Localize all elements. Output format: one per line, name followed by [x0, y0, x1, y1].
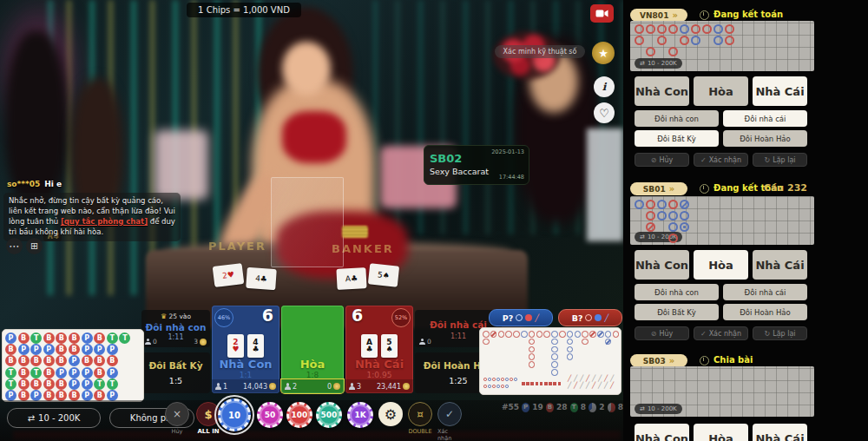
confirm-bet-button[interactable]: ✓Xác nhận: [694, 326, 748, 340]
limit-pill[interactable]: ⇄10 - 200K: [635, 58, 682, 69]
bet-pair-banker-button[interactable]: Đôi nhà cái: [723, 110, 807, 127]
cockroach-road-mark: ╱: [604, 382, 608, 389]
cancel-icon: ×: [173, 408, 181, 420]
chip-500[interactable]: 500: [316, 402, 342, 428]
cancel-icon: ⊘: [651, 330, 657, 338]
chevrons-icon: »: [669, 356, 674, 365]
road-cell: [657, 24, 667, 34]
bet-perfect-pair-button[interactable]: Đôi Hoàn Hảo: [723, 130, 807, 147]
bet-player-button[interactable]: Nhà Con: [635, 250, 689, 280]
bet-spot-any-pair[interactable]: Đôi Bất Kỳ 1:5: [141, 352, 210, 393]
bead-cell: P: [69, 355, 80, 366]
mini-road[interactable]: ⇄10 - 200K: [630, 196, 814, 245]
pair-player-entrants: 25 vào: [169, 313, 192, 320]
bet-spot-tie[interactable]: Hòa 1:8 2 0: [281, 306, 344, 393]
bead-cell: B: [18, 378, 30, 390]
bet-tie-button[interactable]: Hòa: [694, 76, 748, 106]
double-bet-button-label: DOUBLE: [408, 428, 431, 435]
swap-icon: ⇄: [640, 405, 645, 412]
player-amount: 14,043: [243, 383, 267, 391]
bet-any-pair-button[interactable]: Đôi Bất Kỳ: [635, 304, 719, 320]
road-cell: [646, 47, 655, 56]
big-road-cell: [529, 361, 536, 368]
check-icon: ✓: [700, 330, 707, 338]
bet-tie-button[interactable]: Hòa: [694, 424, 748, 441]
reward-button[interactable]: ★: [592, 42, 615, 64]
all-in-button[interactable]: $ALL IN: [196, 402, 220, 435]
predict-player-button[interactable]: P? ╱: [489, 309, 553, 326]
bet-banker-button[interactable]: Nhà Cái: [753, 250, 807, 280]
favorite-button[interactable]: ♡: [594, 102, 615, 123]
sticker-button[interactable]: ⊞: [26, 238, 43, 254]
chip-10[interactable]: 10: [218, 398, 251, 431]
players-icon: [215, 383, 221, 390]
limit-pill[interactable]: ⇄10 - 200K: [635, 404, 682, 414]
chip-cancel-button[interactable]: ×Hủy: [165, 402, 189, 435]
bet-pair-player-button[interactable]: Đôi nhà con: [635, 284, 719, 300]
banker-label: Nhà Cái: [345, 358, 413, 371]
chat-rules-link[interactable]: [quy tắc phòng chat]: [61, 217, 148, 226]
chip-50[interactable]: 50: [257, 402, 283, 428]
bet-spot-pair-player[interactable]: ♛ 25 vào Đôi nhà con 1:11 0 3: [141, 310, 210, 347]
players-icon: [145, 339, 151, 346]
bet-spot-player[interactable]: 46% 6 2♥4♣ Nhà Con 1:1 1 14,043: [212, 306, 279, 393]
bet-any-pair-button[interactable]: Đôi Bất Kỳ: [635, 130, 719, 147]
banker-win-pct: 52%: [391, 308, 411, 327]
table-limit-button[interactable]: ⇄ 10 - 200K: [7, 408, 101, 428]
confirm-bet-button[interactable]: ✓Xác nhận: [437, 402, 462, 441]
camera-toggle-button[interactable]: [590, 4, 614, 23]
big-road-cell: [483, 339, 490, 346]
big-road-cell: [498, 331, 505, 338]
small-road-square: [526, 382, 529, 385]
bet-pair-banker-button[interactable]: Đôi nhà cái: [723, 284, 807, 300]
bead-cell: B: [30, 378, 42, 390]
bet-pair-player-button[interactable]: Đôi nhà con: [635, 110, 719, 127]
bead-plate-road[interactable]: PBTBBBPBTTBPPPBBPPPBBBBBPBBBTBTBPPPBPTBB…: [2, 329, 144, 402]
cancel-bet-button[interactable]: ⊘Hủy: [635, 326, 689, 340]
blue-dot-icon: [595, 314, 602, 321]
chip-1K[interactable]: 1K: [347, 402, 373, 428]
bead-cell: B: [18, 355, 30, 366]
mini-road[interactable]: ⇄10 - 200K: [630, 366, 814, 417]
cockroach-road-mark: ╱: [604, 375, 608, 382]
bet-spot-banker[interactable]: 52% 6 A♣5♠ Nhà Cái 1:0.95 3 23,441: [345, 306, 413, 393]
big-road-panel[interactable]: ╱╱╱╱╱╱╱╱╱╱╱╱╱╱╱╱: [479, 327, 621, 395]
game-card: 5♠: [381, 334, 398, 358]
settings-button[interactable]: ⚙: [378, 402, 403, 426]
table-id-button[interactable]: VN801»: [630, 9, 687, 22]
bead-cell: B: [43, 367, 55, 378]
chip-100[interactable]: 100: [286, 402, 312, 428]
big-road-cell: [529, 353, 536, 360]
confirm-bet-button[interactable]: ✓Xác nhận: [694, 153, 748, 167]
clock-icon: [700, 356, 709, 365]
double-chips-icon: ¤: [417, 408, 424, 420]
bet-tie-button[interactable]: Hòa: [694, 250, 748, 280]
bet-banker-button[interactable]: Nhà Cái: [753, 424, 807, 441]
chevrons-icon: »: [672, 10, 677, 20]
bet-player-button[interactable]: Nhà Con: [635, 76, 689, 106]
info-button[interactable]: i: [594, 76, 615, 97]
repeat-bet-button[interactable]: ↻Lặp lại: [753, 326, 807, 340]
repeat-bet-button[interactable]: ↻Lặp lại: [753, 153, 807, 167]
sign-table-id: SB02: [430, 152, 462, 165]
bet-perfect-pair-button[interactable]: Đôi Hoàn Hảo: [723, 304, 807, 320]
cancel-bet-button[interactable]: ⊘Hủy: [635, 153, 689, 167]
cockroach-road-mark: ╱: [598, 375, 602, 382]
dealer-face: [282, 42, 331, 95]
predict-banker-button[interactable]: B? ╱: [558, 309, 622, 326]
small-road-square: [530, 382, 534, 385]
table-id-button[interactable]: SB03»: [630, 354, 687, 367]
mini-road[interactable]: ⇄10 - 200K: [630, 21, 814, 71]
chat-username: so***05: [7, 180, 40, 188]
road-cell: [680, 24, 689, 34]
chat-message: so***05Hi e: [7, 180, 62, 188]
gear-icon: ⚙: [385, 406, 397, 423]
table-id-button[interactable]: SB01»: [630, 182, 687, 195]
chat-toggle-button[interactable]: •••: [6, 238, 23, 254]
table-list-sidebar: VN801» Đang kết toán ⇄10 - 200K Nhà Con …: [623, 0, 868, 441]
bet-banker-button[interactable]: Nhà Cái: [753, 76, 807, 106]
bet-player-button[interactable]: Nhà Con: [635, 424, 689, 441]
bet-board: ♛ 25 vào Đôi nhà con 1:11 0 3 Đôi Bất Kỳ…: [141, 306, 502, 393]
bead-cell: B: [5, 355, 16, 366]
double-bet-button[interactable]: ¤DOUBLE: [408, 402, 432, 435]
